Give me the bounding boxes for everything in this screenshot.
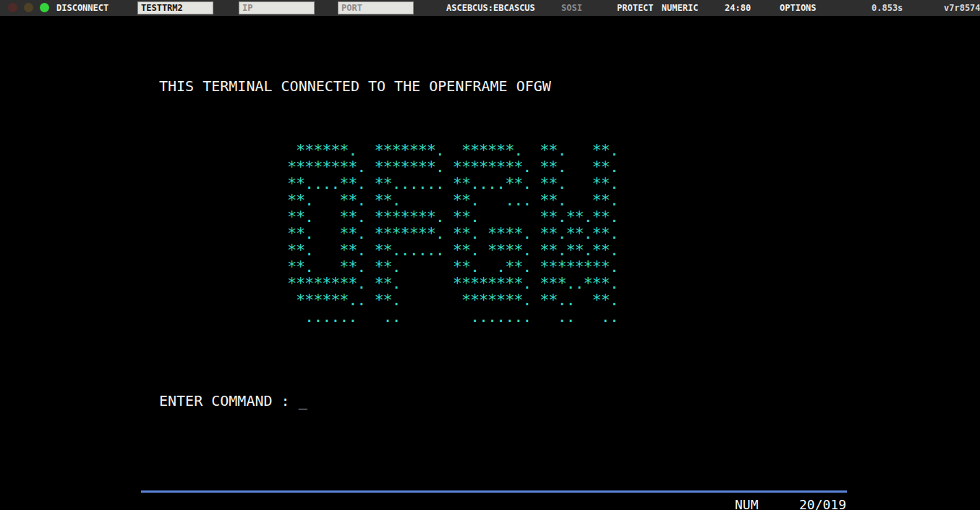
prompt-label: ENTER COMMAND : <box>159 392 290 409</box>
terminal-name-input[interactable] <box>137 1 213 14</box>
ofgw-terminal-window: DISCONNECT ASCEBCUS:EBCASCUS SOSI PROTEC… <box>0 0 980 510</box>
numlock-indicator: NUM <box>735 497 759 510</box>
cursor-position-indicator: 20/019 <box>799 497 846 510</box>
window-close-button[interactable] <box>8 3 17 12</box>
window-minimize-button[interactable] <box>24 3 33 12</box>
ofgw-ascii-logo: ******. *******. ******. **. **. *******… <box>287 142 618 325</box>
ip-input[interactable] <box>239 1 315 14</box>
disconnect-button[interactable]: DISCONNECT <box>56 0 108 16</box>
protect-numeric-label: PROTECT NUMERIC <box>617 0 698 16</box>
command-prompt-line: ENTER COMMAND :_ <box>159 393 307 409</box>
toolbar: DISCONNECT ASCEBCUS:EBCASCUS SOSI PROTEC… <box>0 0 980 16</box>
status-separator-line <box>141 490 847 493</box>
options-button[interactable]: OPTIONS <box>780 0 817 16</box>
screen-size-label: 24:80 <box>725 0 751 16</box>
response-time-label: 0.853s <box>872 0 903 16</box>
codepage-label: ASCEBCUS:EBCASCUS <box>446 0 535 16</box>
connection-status-icon[interactable] <box>40 3 49 12</box>
terminal-screen[interactable]: THIS TERMINAL CONNECTED TO THE OPENFRAME… <box>0 16 980 510</box>
port-input[interactable] <box>338 1 414 14</box>
text-cursor: _ <box>299 392 307 409</box>
connected-message: THIS TERMINAL CONNECTED TO THE OPENFRAME… <box>159 78 551 95</box>
version-label: v7r8574 <box>944 0 980 16</box>
sosi-toggle[interactable]: SOSI <box>561 0 582 16</box>
